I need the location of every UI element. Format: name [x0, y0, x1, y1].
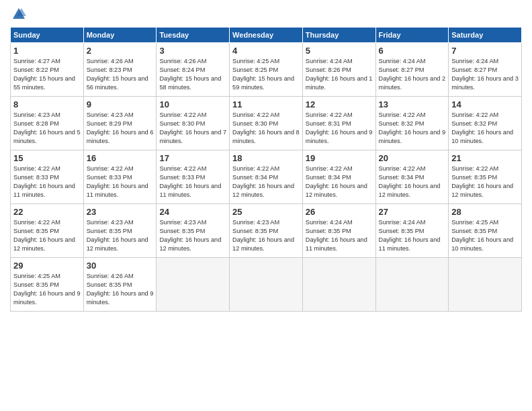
sunset-label: Sunset: 8:35 PM [87, 228, 132, 234]
cell-info: Sunrise: 4:22 AMSunset: 8:35 PMDaylight:… [451, 165, 519, 199]
calendar-cell [230, 258, 303, 312]
sunrise-label: Sunrise: 4:22 AM [232, 165, 279, 172]
cell-info: Sunrise: 4:22 AMSunset: 8:34 PMDaylight:… [306, 165, 373, 199]
sunrise-label: Sunrise: 4:27 AM [13, 58, 60, 64]
day-number: 25 [232, 207, 300, 217]
calendar-cell: 14Sunrise: 4:22 AMSunset: 8:32 PMDayligh… [449, 97, 522, 150]
day-number: 17 [159, 153, 226, 163]
cell-info: Sunrise: 4:22 AMSunset: 8:34 PMDaylight:… [379, 165, 446, 199]
day-number: 27 [379, 207, 446, 217]
daylight-label: Daylight: 15 hours and 58 minutes. [159, 75, 221, 91]
sunset-label: Sunset: 8:33 PM [159, 174, 205, 181]
calendar-cell: 5Sunrise: 4:24 AMSunset: 8:26 PMDaylight… [302, 43, 375, 97]
cell-info: Sunrise: 4:24 AMSunset: 8:27 PMDaylight:… [379, 57, 446, 92]
header [10, 7, 522, 21]
calendar-cell: 2Sunrise: 4:26 AMSunset: 8:23 PMDaylight… [83, 43, 157, 97]
calendar-cell: 1Sunrise: 4:27 AMSunset: 8:22 PMDaylight… [11, 43, 84, 97]
calendar-cell [375, 258, 449, 312]
calendar-week-0: 1Sunrise: 4:27 AMSunset: 8:22 PMDaylight… [11, 43, 522, 97]
sunrise-label: Sunrise: 4:22 AM [451, 165, 498, 172]
cell-info: Sunrise: 4:25 AMSunset: 8:35 PMDaylight:… [13, 272, 81, 307]
sunrise-label: Sunrise: 4:25 AM [232, 58, 279, 64]
sunrise-label: Sunrise: 4:22 AM [379, 111, 426, 118]
calendar-cell [302, 258, 375, 312]
sunrise-label: Sunrise: 4:22 AM [379, 165, 426, 172]
sunset-label: Sunset: 8:27 PM [451, 66, 497, 73]
sunset-label: Sunset: 8:28 PM [13, 120, 59, 127]
sunset-label: Sunset: 8:22 PM [13, 66, 59, 73]
day-number: 13 [379, 99, 446, 109]
daylight-label: Daylight: 16 hours and 11 minutes. [379, 236, 441, 252]
sunrise-label: Sunrise: 4:24 AM [379, 58, 426, 64]
sunrise-label: Sunrise: 4:22 AM [306, 165, 353, 172]
sunset-label: Sunset: 8:23 PM [87, 66, 132, 73]
calendar-cell: 15Sunrise: 4:22 AMSunset: 8:33 PMDayligh… [11, 150, 84, 204]
calendar-cell: 13Sunrise: 4:22 AMSunset: 8:32 PMDayligh… [375, 97, 449, 150]
calendar-header-friday: Friday [375, 28, 449, 43]
day-number: 15 [13, 153, 81, 163]
daylight-label: Daylight: 16 hours and 5 minutes. [13, 129, 81, 144]
day-number: 23 [87, 207, 154, 217]
cell-info: Sunrise: 4:23 AMSunset: 8:35 PMDaylight:… [87, 218, 154, 253]
cell-info: Sunrise: 4:24 AMSunset: 8:35 PMDaylight:… [379, 218, 446, 253]
calendar-header-thursday: Thursday [302, 28, 375, 43]
calendar-cell: 18Sunrise: 4:22 AMSunset: 8:34 PMDayligh… [230, 150, 303, 204]
calendar-header-row: SundayMondayTuesdayWednesdayThursdayFrid… [11, 28, 522, 43]
daylight-label: Daylight: 16 hours and 12 minutes. [87, 236, 148, 252]
cell-info: Sunrise: 4:23 AMSunset: 8:28 PMDaylight:… [13, 111, 81, 146]
sunset-label: Sunset: 8:25 PM [232, 66, 278, 73]
sunrise-label: Sunrise: 4:22 AM [13, 165, 60, 172]
sunrise-label: Sunrise: 4:22 AM [87, 165, 134, 172]
day-number: 30 [87, 261, 154, 271]
calendar-cell: 25Sunrise: 4:23 AMSunset: 8:35 PMDayligh… [230, 204, 303, 258]
day-number: 14 [451, 99, 519, 109]
calendar-cell: 28Sunrise: 4:25 AMSunset: 8:35 PMDayligh… [449, 204, 522, 258]
daylight-label: Daylight: 16 hours and 10 minutes. [451, 129, 513, 144]
calendar-cell: 24Sunrise: 4:23 AMSunset: 8:35 PMDayligh… [157, 204, 230, 258]
calendar-cell: 19Sunrise: 4:22 AMSunset: 8:34 PMDayligh… [302, 150, 375, 204]
cell-info: Sunrise: 4:22 AMSunset: 8:33 PMDaylight:… [13, 165, 81, 199]
sunrise-label: Sunrise: 4:23 AM [232, 219, 279, 226]
daylight-label: Daylight: 15 hours and 56 minutes. [87, 75, 148, 91]
sunrise-label: Sunrise: 4:23 AM [87, 219, 134, 226]
sunset-label: Sunset: 8:35 PM [159, 228, 205, 234]
day-number: 10 [159, 99, 226, 109]
cell-info: Sunrise: 4:26 AMSunset: 8:23 PMDaylight:… [87, 57, 154, 92]
sunset-label: Sunset: 8:35 PM [451, 228, 497, 234]
calendar-cell: 17Sunrise: 4:22 AMSunset: 8:33 PMDayligh… [157, 150, 230, 204]
cell-info: Sunrise: 4:22 AMSunset: 8:35 PMDaylight:… [13, 218, 81, 253]
sunrise-label: Sunrise: 4:24 AM [379, 219, 426, 226]
calendar-cell: 7Sunrise: 4:24 AMSunset: 8:27 PMDaylight… [449, 43, 522, 97]
sunset-label: Sunset: 8:30 PM [232, 120, 278, 127]
day-number: 20 [379, 153, 446, 163]
day-number: 24 [159, 207, 226, 217]
sunrise-label: Sunrise: 4:26 AM [159, 58, 206, 64]
daylight-label: Daylight: 16 hours and 12 minutes. [306, 183, 367, 198]
calendar-cell: 22Sunrise: 4:22 AMSunset: 8:35 PMDayligh… [11, 204, 84, 258]
sunset-label: Sunset: 8:33 PM [87, 174, 132, 181]
daylight-label: Daylight: 16 hours and 2 minutes. [379, 75, 446, 91]
page: SundayMondayTuesdayWednesdayThursdayFrid… [0, 0, 532, 411]
sunset-label: Sunset: 8:32 PM [451, 120, 497, 127]
sunset-label: Sunset: 8:26 PM [306, 66, 351, 73]
cell-info: Sunrise: 4:25 AMSunset: 8:35 PMDaylight:… [451, 218, 519, 253]
calendar-cell: 27Sunrise: 4:24 AMSunset: 8:35 PMDayligh… [375, 204, 449, 258]
daylight-label: Daylight: 16 hours and 11 minutes. [306, 236, 367, 252]
sunset-label: Sunset: 8:35 PM [232, 228, 278, 234]
sunset-label: Sunset: 8:29 PM [87, 120, 132, 127]
daylight-label: Daylight: 16 hours and 12 minutes. [232, 183, 294, 198]
calendar-cell: 20Sunrise: 4:22 AMSunset: 8:34 PMDayligh… [375, 150, 449, 204]
calendar-cell: 23Sunrise: 4:23 AMSunset: 8:35 PMDayligh… [83, 204, 157, 258]
daylight-label: Daylight: 16 hours and 12 minutes. [13, 236, 75, 252]
daylight-label: Daylight: 16 hours and 1 minute. [306, 75, 373, 91]
daylight-label: Daylight: 16 hours and 12 minutes. [379, 183, 441, 198]
cell-info: Sunrise: 4:27 AMSunset: 8:22 PMDaylight:… [13, 57, 81, 92]
daylight-label: Daylight: 16 hours and 3 minutes. [451, 75, 519, 91]
cell-info: Sunrise: 4:22 AMSunset: 8:34 PMDaylight:… [232, 165, 300, 199]
sunrise-label: Sunrise: 4:24 AM [306, 58, 353, 64]
daylight-label: Daylight: 15 hours and 55 minutes. [13, 75, 75, 91]
logo [10, 7, 26, 21]
cell-info: Sunrise: 4:26 AMSunset: 8:35 PMDaylight:… [87, 272, 154, 307]
cell-info: Sunrise: 4:22 AMSunset: 8:33 PMDaylight:… [87, 165, 154, 199]
sunset-label: Sunset: 8:32 PM [379, 120, 425, 127]
